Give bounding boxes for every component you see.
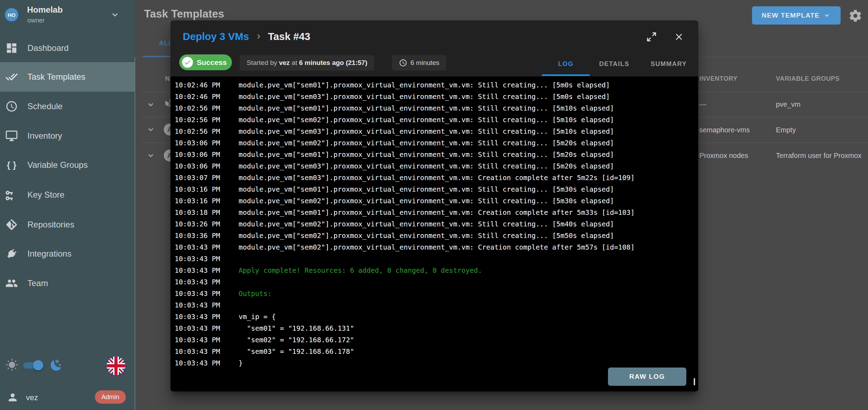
dialog-title: Deploy 3 VMs Task #43: [183, 31, 310, 42]
sidebar-item-label: Variable Groups: [27, 160, 88, 170]
log-line: 10:03:36 PMmodule.pve_vm["sem02"].proxmo…: [175, 230, 698, 242]
cell-variable-groups: Terraform user for Proxmox: [776, 152, 861, 160]
log-line: 10:03:43 PM "sem01" = "192.168.66.131": [175, 323, 698, 334]
cell-inventory: —: [699, 100, 706, 108]
scrollbar-thumb[interactable]: [694, 378, 695, 385]
started-mid: at: [290, 59, 299, 67]
log-line: 10:02:56 PMmodule.pve_vm["sem03"].proxmo…: [175, 126, 698, 137]
dashboard-icon: [5, 42, 18, 54]
admin-badge: Admin: [95, 390, 126, 404]
tab-log[interactable]: LOG: [542, 60, 590, 67]
theme-toggle-thumb[interactable]: [33, 360, 43, 370]
sidebar-item-key-store[interactable]: Key Store: [0, 180, 135, 210]
cell-variable-groups: Empty: [776, 126, 796, 134]
sun-icon: [6, 359, 18, 371]
page-title: Task Templates: [144, 8, 224, 20]
people-icon: [5, 277, 18, 290]
status-badge: Success: [179, 54, 232, 70]
started-chip: Started by vez at 6 minutes ago (21:57): [240, 55, 374, 71]
log-line: 10:03:16 PMmodule.pve_vm["sem01"].proxmo…: [175, 184, 698, 195]
log-line: 10:03:43 PMvm_ip = {: [175, 311, 698, 323]
moon-icon: [50, 358, 63, 372]
user-name[interactable]: vez: [26, 393, 38, 402]
log-line: 10:03:43 PM: [175, 299, 698, 311]
sidebar: HO Homelab owner Dashboard Task Template…: [0, 0, 135, 410]
log-line: 10:03:43 PM: [175, 253, 698, 265]
sidebar-item-variable-groups[interactable]: { } Variable Groups: [0, 150, 135, 180]
check-circle-icon: [182, 57, 193, 68]
clock-icon: [399, 59, 407, 67]
sidebar-item-team[interactable]: Team: [0, 269, 135, 298]
new-template-button[interactable]: NEW TEMPLATE: [752, 6, 841, 25]
sidebar-item-dashboard[interactable]: Dashboard: [0, 33, 135, 63]
column-header-inventory: INVENTORY: [699, 75, 738, 82]
tab-details[interactable]: DETAILS: [590, 60, 639, 67]
log-line: 10:02:46 PMmodule.pve_vm["sem01"].proxmo…: [175, 79, 698, 91]
workspace-avatar[interactable]: HO: [5, 8, 18, 21]
active-tab-underline: [542, 74, 590, 76]
row-expand-chevron[interactable]: [146, 125, 156, 134]
log-line-outputs: 10:03:43 PMOutputs:: [175, 288, 698, 299]
tab-summary[interactable]: SUMMARY: [644, 60, 693, 67]
log-line: 10:03:43 PM: [175, 276, 698, 288]
log-line: 10:03:18 PMmodule.pve_vm["sem01"].proxmo…: [175, 207, 698, 218]
raw-log-button[interactable]: RAW LOG: [608, 368, 686, 386]
plug-icon: [5, 247, 18, 260]
row-expand-chevron[interactable]: [146, 151, 156, 160]
log-line: 10:02:46 PMmodule.pve_vm["sem03"].proxmo…: [175, 91, 698, 102]
sidebar-item-label: Dashboard: [27, 43, 69, 53]
new-template-label: NEW TEMPLATE: [762, 12, 820, 19]
sidebar-item-label: Key Store: [27, 190, 64, 200]
row-expand-chevron[interactable]: [146, 100, 156, 110]
chevron-right-icon: [254, 32, 263, 41]
sidebar-item-schedule[interactable]: Schedule: [0, 92, 135, 121]
keys-icon: [5, 189, 18, 201]
language-flag-uk[interactable]: [106, 356, 125, 375]
sidebar-item-label: Integrations: [27, 249, 71, 259]
task-log-dialog: Deploy 3 VMs Task #43 Success Started by…: [170, 20, 698, 391]
log-line: 10:02:56 PMmodule.pve_vm["sem02"].proxmo…: [175, 114, 698, 126]
expand-icon[interactable]: [646, 31, 658, 43]
log-line: 10:03:07 PMmodule.pve_vm["sem03"].proxmo…: [175, 172, 698, 184]
sidebar-item-label: Team: [27, 278, 48, 288]
close-icon[interactable]: [674, 32, 684, 42]
log-line: 10:03:06 PMmodule.pve_vm["sem01"].proxmo…: [175, 149, 698, 160]
cell-variable-groups: pve_vm: [776, 100, 801, 108]
cell-inventory: Proxmox nodes: [699, 152, 748, 160]
log-output[interactable]: 10:02:46 PMmodule.pve_vm["sem01"].proxmo…: [170, 77, 698, 391]
braces-icon: { }: [5, 160, 18, 171]
duration-label: 6 minutes: [410, 59, 439, 67]
workspace-name[interactable]: Homelab: [27, 5, 63, 15]
log-line-apply-complete: 10:03:43 PMApply complete! Resources: 6 …: [175, 265, 698, 276]
log-line: 10:03:26 PMmodule.pve_vm["sem02"].proxmo…: [175, 218, 698, 230]
sidebar-item-label: Repositories: [27, 220, 74, 230]
log-line: 10:03:43 PM "sem03" = "192.168.66.178": [175, 346, 698, 357]
log-line: 10:03:43 PMmodule.pve_vm["sem02"].proxmo…: [175, 242, 698, 253]
sidebar-item-task-templates[interactable]: Task Templates: [0, 62, 135, 92]
sidebar-item-inventory[interactable]: Inventory: [0, 121, 135, 151]
sidebar-item-label: Task Templates: [27, 72, 85, 82]
sidebar-item-integrations[interactable]: Integrations: [0, 239, 135, 269]
sidebar-item-label: Inventory: [27, 131, 62, 141]
double-check-icon: [5, 71, 18, 83]
workspace-role: owner: [27, 17, 45, 24]
task-title: Task #43: [268, 31, 310, 42]
log-line: 10:03:06 PMmodule.pve_vm["sem02"].proxmo…: [175, 137, 698, 149]
started-time: 6 minutes ago (21:57): [299, 59, 367, 67]
content-divider: [135, 57, 135, 410]
git-icon: [5, 218, 18, 231]
chevron-down-icon[interactable]: [110, 9, 120, 20]
duration-chip: 6 minutes: [392, 55, 446, 71]
started-prefix: Started by: [247, 59, 279, 67]
sidebar-item-label: Schedule: [27, 101, 63, 111]
template-link[interactable]: Deploy 3 VMs: [183, 31, 249, 42]
user-icon: [7, 391, 19, 403]
chevron-down-icon: [823, 12, 831, 19]
log-line: 10:03:43 PM "sem02" = "192.168.66.172": [175, 334, 698, 346]
gear-icon[interactable]: [848, 9, 862, 23]
started-user: vez: [279, 59, 290, 67]
monitor-icon: [5, 130, 18, 142]
log-line: 10:02:56 PMmodule.pve_vm["sem01"].proxmo…: [175, 102, 698, 114]
log-line: 10:03:06 PMmodule.pve_vm["sem03"].proxmo…: [175, 160, 698, 172]
sidebar-item-repositories[interactable]: Repositories: [0, 210, 135, 239]
